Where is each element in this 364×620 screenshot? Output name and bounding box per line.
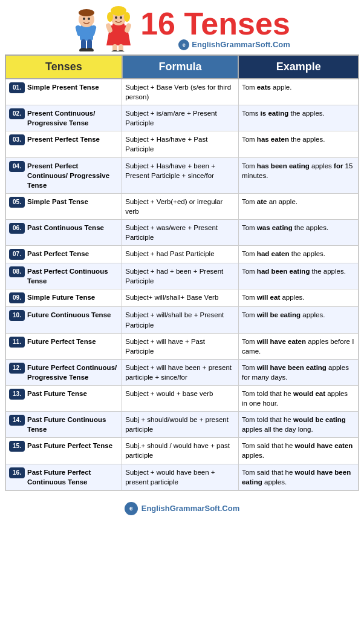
table-row: 12.Future Perfect Continuous/ Progressiv… bbox=[5, 359, 359, 385]
formula-cell: Subject + is/am/are + Present Participle bbox=[122, 105, 239, 131]
page-wrapper: 16 Tenses e EnglishGrammarSoft.Com Tense… bbox=[0, 0, 364, 521]
example-cell: Tom will eat apples. bbox=[238, 289, 359, 307]
col-header-tenses: Tenses bbox=[5, 55, 122, 79]
tense-cell: 10.Future Continuous Tense bbox=[5, 307, 122, 333]
table-row: 14.Past Future Continuous TenseSubj + sh… bbox=[5, 412, 359, 438]
tense-cell: 12.Future Perfect Continuous/ Progressiv… bbox=[5, 359, 122, 385]
example-cell: Tom said that he would have been eating … bbox=[238, 464, 359, 490]
formula-cell: Subject + Verb(+ed) or irregular verb bbox=[122, 193, 239, 219]
formula-cell: Subject + had Past Participle bbox=[122, 246, 239, 263]
svg-point-16 bbox=[124, 12, 130, 22]
svg-point-14 bbox=[111, 6, 126, 16]
row-number: 01. bbox=[9, 82, 25, 93]
formula-cell: Subject + Base Verb (s/es for third pers… bbox=[122, 79, 239, 105]
example-cell: Tom was eating the apples. bbox=[238, 220, 359, 246]
tense-cell: 16.Past Future Perfect Continuous Tense bbox=[5, 464, 122, 490]
table-row: 03.Present Perfect TenseSubject + Has/ha… bbox=[5, 131, 359, 157]
table-row: 09.Simple Future TenseSubject+ will/shal… bbox=[5, 289, 359, 307]
header-illustration bbox=[74, 6, 135, 51]
tense-cell: 07.Past Perfect Tense bbox=[5, 246, 122, 263]
table-header-row: Tenses Formula Example bbox=[5, 55, 359, 79]
example-cell: Tom ate an apple. bbox=[238, 193, 359, 219]
footer-brand-name: EnglishGrammarSoft.Com bbox=[141, 504, 240, 513]
tense-name: Past Future Perfect Continuous Tense bbox=[27, 467, 119, 487]
row-number: 13. bbox=[9, 389, 25, 400]
example-cell: Tom told that he would be eating apples … bbox=[238, 412, 359, 438]
table-row: 05.Simple Past TenseSubject + Verb(+ed) … bbox=[5, 193, 359, 219]
row-number: 03. bbox=[9, 134, 25, 145]
row-number: 10. bbox=[9, 310, 25, 321]
formula-cell: Subject + will have been + present parti… bbox=[122, 359, 239, 385]
row-number: 09. bbox=[9, 292, 25, 303]
table-row: 10.Future Continuous TenseSubject + will… bbox=[5, 307, 359, 333]
row-number: 06. bbox=[9, 223, 25, 234]
row-number: 04. bbox=[9, 161, 25, 172]
formula-cell: Subject + would + base verb bbox=[122, 385, 239, 411]
formula-cell: Subject + had + been + Present Participl… bbox=[122, 263, 239, 289]
footer-brand: e EnglishGrammarSoft.Com bbox=[0, 497, 364, 521]
example-cell: Toms is eating the apples. bbox=[238, 105, 359, 131]
table-row: 15.Past Future Perfect TenseSubj.+ shoul… bbox=[5, 438, 359, 464]
row-number: 14. bbox=[9, 415, 25, 426]
tense-cell: 01.Simple Present Tense bbox=[5, 79, 122, 105]
example-cell: Tom will be eating apples. bbox=[238, 307, 359, 333]
table-row: 02.Present Continuous/ Progressive Tense… bbox=[5, 105, 359, 131]
col-header-formula: Formula bbox=[122, 55, 239, 79]
svg-point-17 bbox=[115, 16, 117, 19]
formula-cell: Subj + should/would be + present partici… bbox=[122, 412, 239, 438]
tense-name: Past Perfect Continuous Tense bbox=[27, 266, 119, 286]
tenses-table: Tenses Formula Example 01.Simple Present… bbox=[5, 54, 359, 491]
brand-name-header: EnglishGrammarSoft.Com bbox=[192, 40, 290, 49]
svg-point-3 bbox=[83, 18, 85, 20]
tense-name: Future Perfect Tense bbox=[27, 337, 96, 346]
tense-name: Past Future Continuous Tense bbox=[27, 415, 119, 434]
row-number: 07. bbox=[9, 249, 25, 260]
formula-cell: Subject + will/shall be + Present Partic… bbox=[122, 307, 239, 333]
formula-cell: Subject+ will/shall+ Base Verb bbox=[122, 289, 239, 307]
table-row: 16.Past Future Perfect Continuous TenseS… bbox=[5, 464, 359, 490]
tense-cell: 05.Simple Past Tense bbox=[5, 193, 122, 219]
col-header-example: Example bbox=[238, 55, 359, 79]
example-cell: Tom will have been eating apples for man… bbox=[238, 359, 359, 385]
tense-cell: 08.Past Perfect Continuous Tense bbox=[5, 263, 122, 289]
tense-name: Present Perfect Tense bbox=[27, 134, 100, 144]
row-number: 05. bbox=[9, 197, 25, 208]
tense-name: Present Perfect Continuous/ Progressive … bbox=[27, 161, 119, 190]
main-title: 16 Tenses bbox=[140, 8, 290, 39]
formula-cell: Subj.+ should / would have + past partic… bbox=[122, 438, 239, 464]
formula-cell: Subject + was/were + Present Participle bbox=[122, 220, 239, 246]
example-cell: Tom had been eating the apples. bbox=[238, 263, 359, 289]
formula-cell: Subject + will have + Past Participle bbox=[122, 333, 239, 359]
tense-name: Past Perfect Tense bbox=[27, 249, 89, 259]
example-cell: Tom said that he would have eaten apples… bbox=[238, 438, 359, 464]
formula-cell: Subject + Has/have + been + Present Part… bbox=[122, 157, 239, 193]
row-number: 11. bbox=[9, 337, 25, 348]
boy-illustration bbox=[74, 6, 103, 51]
table-body: 01.Simple Present TenseSubject + Base Ve… bbox=[5, 79, 359, 490]
tense-name: Past Continuous Tense bbox=[27, 223, 104, 232]
row-number: 08. bbox=[9, 266, 25, 277]
example-cell: Tom told that he would eat apples in one… bbox=[238, 385, 359, 411]
tense-cell: 06.Past Continuous Tense bbox=[5, 220, 122, 246]
girl-illustration bbox=[104, 6, 135, 51]
tense-cell: 02.Present Continuous/ Progressive Tense bbox=[5, 105, 122, 131]
table-row: 11.Future Perfect TenseSubject + will ha… bbox=[5, 333, 359, 359]
tense-name: Simple Past Tense bbox=[27, 197, 88, 206]
brand-logo-small: e bbox=[178, 39, 189, 50]
example-cell: Tom had eaten the apples. bbox=[238, 246, 359, 263]
svg-point-10 bbox=[85, 48, 94, 51]
tense-cell: 14.Past Future Continuous Tense bbox=[5, 412, 122, 438]
tense-cell: 09.Simple Future Tense bbox=[5, 289, 122, 307]
table-container: Tenses Formula Example 01.Simple Present… bbox=[0, 54, 364, 497]
tense-name: Simple Present Tense bbox=[27, 82, 99, 92]
tense-cell: 15.Past Future Perfect Tense bbox=[5, 438, 122, 464]
brand-subtitle: e EnglishGrammarSoft.Com bbox=[140, 39, 290, 50]
table-row: 01.Simple Present TenseSubject + Base Ve… bbox=[5, 79, 359, 105]
row-number: 16. bbox=[9, 467, 25, 478]
tense-name: Future Continuous Tense bbox=[27, 310, 111, 320]
row-number: 12. bbox=[9, 363, 25, 374]
example-cell: Tom has eaten the apples. bbox=[238, 131, 359, 157]
example-cell: Tom eats apple. bbox=[238, 79, 359, 105]
tense-cell: 04.Present Perfect Continuous/ Progressi… bbox=[5, 157, 122, 193]
table-row: 04.Present Perfect Continuous/ Progressi… bbox=[5, 157, 359, 193]
